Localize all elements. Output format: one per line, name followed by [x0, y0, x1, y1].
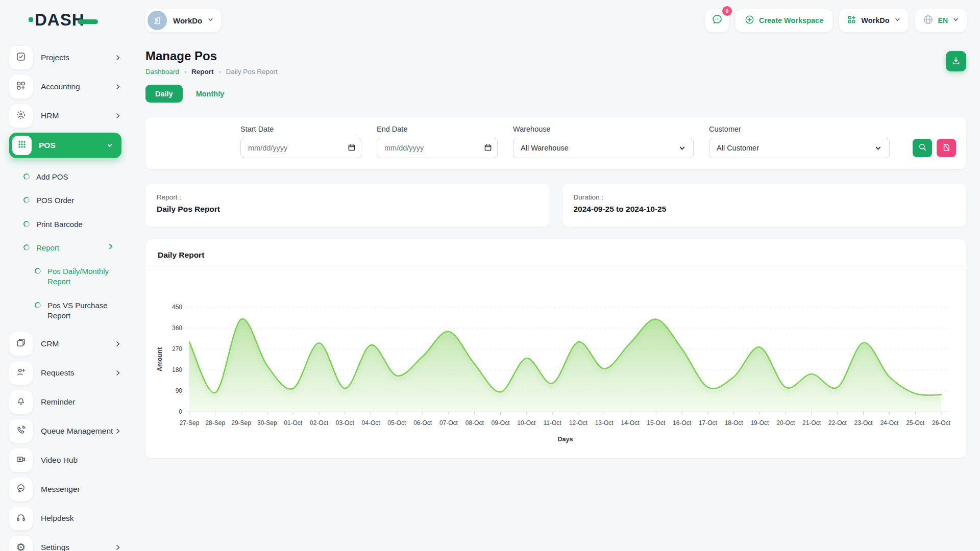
- chevron-down-icon: [678, 144, 686, 152]
- daily-report-card: Daily Report 09018027036045027-Sep28-Sep…: [145, 239, 966, 458]
- sidebar-item-add-pos[interactable]: Add POS: [23, 165, 121, 189]
- x-axis-label: 02-Oct: [310, 419, 329, 427]
- workdo-menu-button[interactable]: WorkDo: [839, 9, 908, 32]
- workspace-switcher[interactable]: WorkDo: [145, 9, 221, 32]
- y-axis-label: 0: [179, 408, 182, 415]
- sidebar-item-reminder[interactable]: Reminder: [9, 390, 121, 414]
- x-axis-label: 07-Oct: [439, 419, 458, 427]
- sidebar-item-projects[interactable]: Projects: [9, 45, 121, 69]
- x-axis-label: 03-Oct: [336, 419, 355, 427]
- logo-dot: [29, 17, 33, 22]
- pos-icon: [17, 139, 27, 152]
- x-axis-title: Days: [558, 436, 573, 443]
- search-icon: [918, 143, 927, 153]
- logo-text: DASH: [35, 11, 85, 28]
- warehouse-selected-value: All Warehouse: [521, 144, 569, 152]
- x-axis-label: 01-Oct: [284, 419, 303, 427]
- create-workspace-button[interactable]: Create Workspace: [736, 9, 832, 32]
- warehouse-select[interactable]: All Warehouse: [513, 138, 694, 158]
- x-axis-label: 26-Oct: [932, 419, 951, 427]
- app-root: DASH Projects Accounting HRM: [0, 0, 980, 551]
- bullet-icon: [34, 301, 42, 309]
- tab-daily[interactable]: Daily: [145, 85, 183, 103]
- sidebar-item-print-barcode[interactable]: Print Barcode: [23, 213, 121, 236]
- sidebar-item-pos-order[interactable]: POS Order: [23, 189, 121, 212]
- sidebar-item-settings[interactable]: ⚙ Settings: [9, 535, 121, 551]
- x-axis-label: 04-Oct: [362, 419, 381, 427]
- bullet-icon: [34, 267, 42, 275]
- chevron-right-icon: [114, 340, 121, 347]
- sidebar-item-pos[interactable]: POS: [9, 133, 121, 158]
- duration-value: 2024-09-25 to 2024-10-25: [574, 205, 955, 214]
- projects-icon: [16, 52, 26, 64]
- content: Manage Pos Dashboard › Report › Daily Po…: [132, 37, 980, 458]
- sidebar-item-pos-vs-purchase-report[interactable]: Pos VS Purchase Report: [35, 294, 121, 328]
- app-logo: DASH: [29, 11, 121, 28]
- x-axis-label: 22-Oct: [828, 419, 847, 427]
- end-date-input[interactable]: [377, 138, 498, 158]
- y-axis-label: 270: [172, 345, 182, 353]
- warehouse-label: Warehouse: [513, 125, 694, 133]
- x-axis-label: 30-Sep: [257, 419, 277, 427]
- breadcrumb-dashboard-link[interactable]: Dashboard: [145, 68, 179, 76]
- x-axis-label: 11-Oct: [544, 419, 562, 427]
- x-axis-label: 29-Sep: [231, 419, 251, 427]
- page-title: Manage Pos: [145, 49, 278, 63]
- customer-label: Customer: [709, 125, 890, 133]
- download-report-button[interactable]: [946, 51, 966, 71]
- x-axis-label: 05-Oct: [387, 419, 406, 427]
- x-axis-label: 15-Oct: [647, 419, 666, 427]
- sidebar-item-pos-daily-monthly-report[interactable]: Pos Daily/Monthly Report: [35, 260, 121, 294]
- end-date-label: End Date: [377, 125, 498, 133]
- plus-circle-icon: [745, 15, 754, 26]
- messages-button[interactable]: 0: [705, 9, 729, 32]
- sidebar-item-video-hub[interactable]: Video Hub: [9, 448, 121, 472]
- x-axis-label: 10-Oct: [517, 419, 536, 427]
- sidebar-item-accounting[interactable]: Accounting: [9, 74, 121, 98]
- x-axis-label: 16-Oct: [673, 419, 692, 427]
- x-axis-label: 18-Oct: [725, 419, 744, 427]
- x-axis-label: 21-Oct: [802, 419, 821, 427]
- sidebar-item-queue-management[interactable]: Queue Management: [9, 419, 121, 443]
- bullet-icon: [23, 243, 31, 251]
- sidebar-item-helpdesk[interactable]: Helpdesk: [9, 506, 121, 530]
- chevron-down-icon: [106, 142, 113, 149]
- y-axis-label: 450: [172, 304, 182, 311]
- report-tabs: Daily Monthly: [145, 85, 966, 103]
- x-axis-label: 13-Oct: [595, 419, 614, 427]
- sidebar-item-hrm[interactable]: HRM: [9, 104, 121, 128]
- chart-area-fill: [189, 319, 941, 412]
- tab-monthly[interactable]: Monthly: [196, 90, 225, 98]
- language-selector[interactable]: EN: [915, 9, 967, 32]
- video-camera-icon: [16, 454, 26, 466]
- chevron-right-icon: [114, 112, 121, 119]
- y-axis-label: 180: [172, 366, 182, 373]
- end-date-field: End Date: [377, 125, 498, 158]
- breadcrumb-separator-icon: ›: [219, 68, 221, 76]
- start-date-label: Start Date: [240, 125, 361, 133]
- crm-icon: [16, 338, 26, 350]
- start-date-input[interactable]: [240, 138, 361, 158]
- x-axis-label: 08-Oct: [465, 419, 484, 427]
- customer-select[interactable]: All Customer: [709, 138, 890, 158]
- helpdesk-headset-icon: [16, 512, 26, 524]
- hrm-icon: [16, 110, 26, 122]
- chevron-down-icon: [952, 16, 959, 24]
- chevron-right-icon: [107, 243, 114, 250]
- sidebar-item-requests[interactable]: Requests: [9, 361, 121, 385]
- sidebar-item-report[interactable]: Report: [23, 236, 121, 260]
- report-label: Report :: [157, 193, 538, 201]
- breadcrumb-report-link[interactable]: Report: [191, 68, 214, 76]
- sidebar-item-crm[interactable]: CRM: [9, 332, 121, 356]
- x-axis-label: 19-Oct: [750, 419, 769, 427]
- y-axis-label: 360: [172, 324, 182, 332]
- reminder-bell-icon: [16, 396, 26, 408]
- bullet-icon: [23, 173, 31, 181]
- messenger-bubble-icon: [16, 483, 26, 495]
- reset-filter-button[interactable]: [937, 139, 956, 157]
- download-icon: [951, 56, 961, 67]
- breadcrumb-separator-icon: ›: [184, 68, 186, 76]
- sidebar-item-messenger[interactable]: Messenger: [9, 477, 121, 501]
- chevron-down-icon: [874, 144, 882, 152]
- search-button[interactable]: [913, 139, 932, 157]
